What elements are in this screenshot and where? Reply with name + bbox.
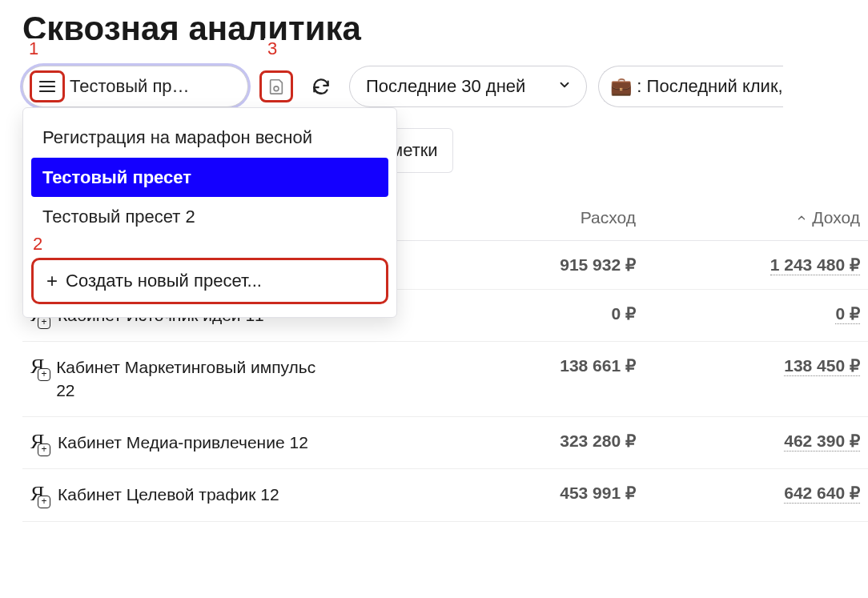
- row-income[interactable]: 462 390 ₽: [784, 431, 860, 452]
- callout-3: 3: [264, 38, 280, 59]
- row-spend: 0 ₽: [476, 290, 644, 342]
- total-income[interactable]: 1 243 480 ₽: [770, 255, 860, 275]
- row-name[interactable]: Кабинет Маркетинговый импульс 22: [56, 356, 319, 402]
- row-spend: 323 280 ₽: [476, 417, 644, 469]
- create-preset-button[interactable]: + Создать новый пресет...: [31, 258, 388, 304]
- preset-dropdown: Регистрация на марафон весной Тестовый п…: [22, 107, 397, 318]
- yandex-icon[interactable]: Я+: [30, 356, 50, 377]
- create-preset-label: Создать новый пресет...: [66, 271, 262, 291]
- preset-selector-label: Тестовый пр…: [70, 76, 239, 97]
- date-range-selector[interactable]: Последние 30 дней: [349, 66, 587, 107]
- chevron-down-icon: [557, 76, 572, 97]
- preset-selector-wrap: Тестовый пр… Регистрация на марафон весн…: [22, 66, 248, 107]
- plus-icon: +: [46, 270, 58, 292]
- save-preset-button[interactable]: [259, 70, 293, 102]
- menu-icon[interactable]: [30, 70, 65, 102]
- yandex-icon[interactable]: Я+: [30, 484, 51, 504]
- preset-option[interactable]: Тестовый пресет 2: [31, 197, 388, 237]
- table-row: Я+Кабинет Медиа-привлечение 12 323 280 ₽…: [22, 417, 868, 469]
- row-spend: 453 991 ₽: [476, 469, 644, 521]
- row-name[interactable]: Кабинет Медиа-привлечение 12: [58, 431, 308, 454]
- row-spend: 138 661 ₽: [476, 342, 644, 417]
- table-row: Я+Кабинет Маркетинговый импульс 22 138 6…: [22, 342, 868, 417]
- attribution-label: : Последний клик,: [637, 76, 782, 97]
- row-income[interactable]: 0 ₽: [835, 304, 860, 324]
- row-income[interactable]: 642 640 ₽: [784, 484, 860, 504]
- total-spend: 915 932 ₽: [476, 241, 644, 290]
- svg-point-0: [274, 86, 279, 91]
- callout-1: 1: [26, 38, 42, 59]
- yandex-icon[interactable]: Я+: [30, 431, 51, 452]
- briefcase-icon: 💼: [610, 76, 632, 97]
- preset-option[interactable]: Регистрация на марафон весной: [31, 118, 388, 158]
- date-range-label: Последние 30 дней: [366, 76, 525, 97]
- attribution-selector[interactable]: 💼 : Последний клик,: [598, 66, 782, 107]
- row-income[interactable]: 138 450 ₽: [784, 356, 860, 376]
- callout-2: 2: [30, 234, 46, 255]
- column-header-income[interactable]: Доход: [644, 195, 868, 241]
- row-name[interactable]: Кабинет Целевой трафик 12: [58, 484, 279, 506]
- preset-selector[interactable]: Тестовый пр…: [22, 66, 248, 107]
- refresh-button[interactable]: [304, 70, 338, 102]
- column-header-spend[interactable]: Расход: [476, 195, 644, 241]
- table-row: Я+Кабинет Целевой трафик 12 453 991 ₽ 64…: [22, 469, 868, 521]
- toolbar: 1 3 Тестовый пр… Регистрация на марафон …: [22, 66, 868, 107]
- page-title: Сквозная аналитика: [22, 10, 868, 48]
- preset-option-selected[interactable]: Тестовый пресет: [31, 158, 388, 198]
- sort-asc-icon: [796, 212, 807, 223]
